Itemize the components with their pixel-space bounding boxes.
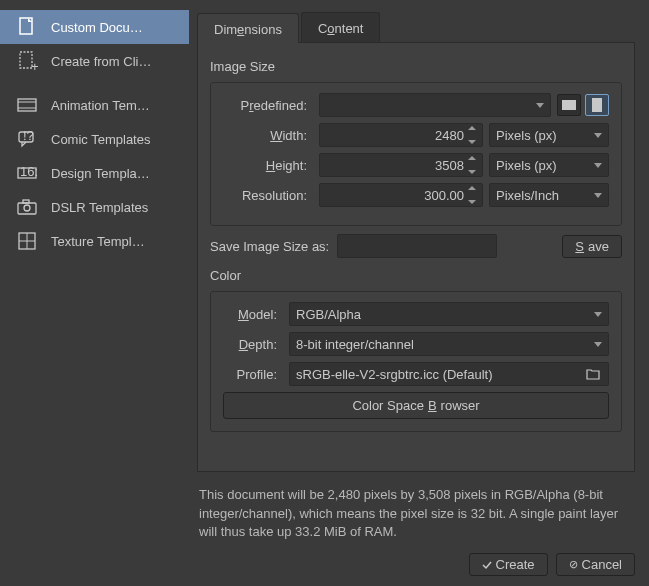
texture-icon	[15, 229, 39, 253]
save-button[interactable]: Save	[562, 235, 622, 258]
orientation-portrait-button[interactable]	[585, 94, 609, 116]
chevron-down-icon	[594, 342, 602, 347]
sidebar-item-label: DSLR Templates	[51, 200, 148, 215]
profile-combo[interactable]: sRGB-elle-V2-srgbtrc.icc (Default)	[289, 362, 609, 386]
sidebar: Custom Docu… + Create from Cli… Animatio…	[0, 0, 189, 586]
cancel-icon: ⊘	[569, 558, 578, 571]
sidebar-item-custom-document[interactable]: Custom Docu…	[0, 10, 189, 44]
sidebar-item-dslr-templates[interactable]: DSLR Templates	[0, 190, 189, 224]
width-label: Width:	[223, 128, 313, 143]
spin-up-icon[interactable]	[468, 126, 476, 130]
svg-text:16:10: 16:10	[20, 164, 38, 179]
depth-label: Depth:	[223, 337, 283, 352]
sidebar-item-label: Create from Cli…	[51, 54, 151, 69]
svg-rect-11	[23, 200, 29, 203]
spin-down-icon[interactable]	[468, 170, 476, 174]
svg-text:+: +	[31, 59, 38, 72]
footer: Create ⊘Cancel	[197, 553, 635, 576]
chevron-down-icon	[594, 133, 602, 138]
spin-up-icon[interactable]	[468, 186, 476, 190]
spin-down-icon[interactable]	[468, 140, 476, 144]
image-size-fieldset: Predefined: Width: 2480 Pixels (px) Heig…	[210, 82, 622, 226]
spin-up-icon[interactable]	[468, 156, 476, 160]
height-units-combo[interactable]: Pixels (px)	[489, 153, 609, 177]
profile-label: Profile:	[223, 367, 283, 382]
chevron-down-icon	[536, 103, 544, 108]
spin-down-icon[interactable]	[468, 200, 476, 204]
chevron-down-icon	[594, 312, 602, 317]
resolution-units-combo[interactable]: Pixels/Inch	[489, 183, 609, 207]
resolution-input[interactable]: 300.00	[319, 183, 483, 207]
height-label: Height:	[223, 158, 313, 173]
comic-icon: !?	[15, 127, 39, 151]
save-label: Save Image Size as:	[210, 239, 329, 254]
check-icon	[482, 560, 492, 570]
sidebar-item-label: Custom Docu…	[51, 20, 143, 35]
orientation-landscape-button[interactable]	[557, 94, 581, 116]
folder-icon[interactable]	[584, 366, 602, 382]
sidebar-item-texture-templates[interactable]: Texture Templ…	[0, 224, 189, 258]
color-fieldset: Model: RGB/Alpha Depth: 8-bit integer/ch…	[210, 291, 622, 432]
animation-icon	[15, 93, 39, 117]
color-title: Color	[210, 268, 622, 283]
width-input[interactable]: 2480	[319, 123, 483, 147]
model-combo[interactable]: RGB/Alpha	[289, 302, 609, 326]
main-panel: Dimensions Content Image Size Predefined…	[189, 0, 649, 586]
document-icon	[15, 15, 39, 39]
summary-text: This document will be 2,480 pixels by 3,…	[199, 486, 633, 541]
dslr-icon	[15, 195, 39, 219]
svg-point-12	[24, 205, 30, 211]
image-size-title: Image Size	[210, 59, 622, 74]
sidebar-item-design-templates[interactable]: 16:10 Design Templa…	[0, 156, 189, 190]
chevron-down-icon	[594, 163, 602, 168]
cancel-button[interactable]: ⊘Cancel	[556, 553, 635, 576]
svg-text:!?: !?	[23, 128, 34, 143]
design-icon: 16:10	[15, 161, 39, 185]
save-name-input[interactable]	[337, 234, 497, 258]
dimensions-panel: Image Size Predefined: Width: 2480 Pixel…	[197, 43, 635, 472]
tab-bar: Dimensions Content	[197, 12, 635, 43]
model-label: Model:	[223, 307, 283, 322]
sidebar-item-comic-templates[interactable]: !? Comic Templates	[0, 122, 189, 156]
sidebar-item-label: Texture Templ…	[51, 234, 145, 249]
sidebar-item-label: Animation Tem…	[51, 98, 150, 113]
sidebar-item-label: Design Templa…	[51, 166, 150, 181]
predefined-combo[interactable]	[319, 93, 551, 117]
predefined-label: Predefined:	[223, 98, 313, 113]
tab-dimensions[interactable]: Dimensions	[197, 13, 299, 43]
sidebar-item-label: Comic Templates	[51, 132, 150, 147]
sidebar-item-create-from-clipboard[interactable]: + Create from Cli…	[0, 44, 189, 78]
height-input[interactable]: 3508	[319, 153, 483, 177]
resolution-label: Resolution:	[223, 188, 313, 203]
sidebar-item-animation-templates[interactable]: Animation Tem…	[0, 88, 189, 122]
svg-rect-3	[18, 99, 36, 111]
width-units-combo[interactable]: Pixels (px)	[489, 123, 609, 147]
clipboard-icon: +	[15, 49, 39, 73]
chevron-down-icon	[594, 193, 602, 198]
create-button[interactable]: Create	[469, 553, 548, 576]
tab-content[interactable]: Content	[301, 12, 381, 42]
depth-combo[interactable]: 8-bit integer/channel	[289, 332, 609, 356]
color-space-browser-button[interactable]: Color Space Browser	[223, 392, 609, 419]
